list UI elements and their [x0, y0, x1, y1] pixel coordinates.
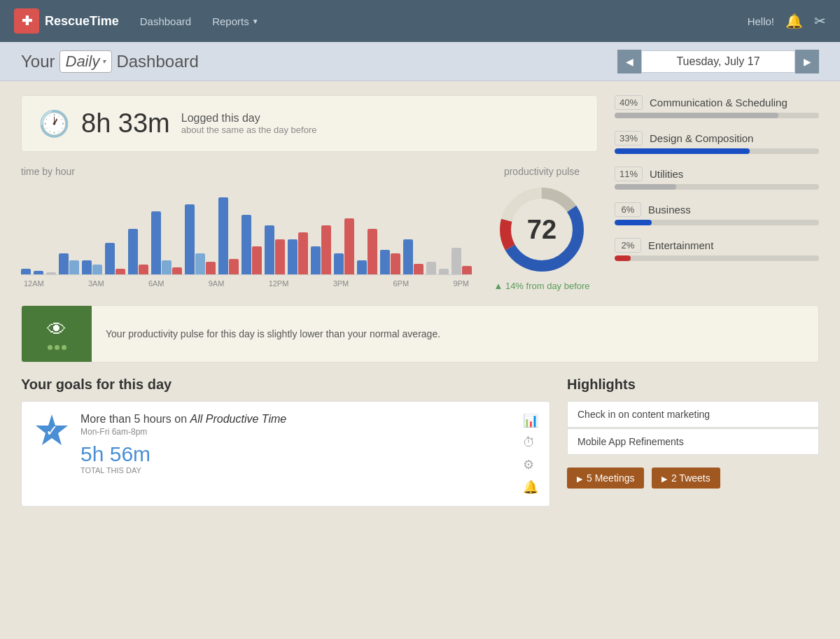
bar [321, 225, 331, 274]
highlights-section-title: Highlights [567, 377, 819, 393]
insight-dots [48, 345, 66, 350]
highlight-buttons: ▶5 Meetings ▶2 Tweets [567, 462, 819, 489]
bar [380, 250, 390, 274]
productivity-pulse: productivity pulse 72 [486, 166, 598, 291]
goal-badge-container: ✓ [33, 413, 71, 451]
goal-title: More than 5 hours on All Productive Time [80, 413, 513, 426]
goal-title-italic: All Productive Time [190, 413, 287, 425]
bar [82, 260, 92, 274]
right-panel: 40% Communication & Scheduling 33% Desig… [615, 95, 819, 291]
navbar-right: Hello! 🔔 ✂ [748, 13, 826, 29]
logo-cross: ✚ [22, 13, 32, 29]
time-label-12am: 12AM [24, 279, 44, 288]
bar-group-2am [46, 272, 56, 274]
bar [195, 253, 205, 274]
goal-chart-icon[interactable]: 📊 [523, 413, 538, 428]
bell-icon[interactable]: 🔔 [785, 13, 803, 29]
date-nav: ◀ Tuesday, July 17 ▶ [617, 50, 819, 73]
tools-icon[interactable]: ✂ [814, 13, 826, 29]
time-label-9pm: 9PM [453, 279, 469, 288]
category-pct: 40% [615, 95, 643, 110]
bar [334, 253, 344, 274]
category-entertainment: 2% Entertainment [615, 238, 819, 261]
bar [105, 243, 115, 274]
bar-group-6pm [426, 262, 436, 274]
bar [391, 253, 400, 274]
category-header: 33% Design & Composition [615, 131, 819, 146]
category-name: Business [648, 204, 691, 216]
navbar: ✚ RescueTime Dashboard Reports ▼ Hello! … [0, 0, 840, 42]
bar [265, 225, 274, 274]
bar [462, 266, 472, 274]
time-by-hour-label: time by hour [21, 166, 472, 177]
date-prev-button[interactable]: ◀ [617, 50, 641, 73]
insight-text: Your productivity pulse for this day is … [92, 317, 454, 351]
category-bar-track [615, 148, 819, 154]
bar-group-12pm [288, 232, 308, 274]
bar [403, 239, 413, 274]
goal-bell-icon[interactable]: 🔔 [523, 479, 538, 495]
category-business: 6% Business [615, 202, 819, 225]
left-panel: 🕐 8h 33m Logged this day about the same … [21, 95, 598, 291]
bar [252, 246, 262, 274]
date-display: Tuesday, July 17 [641, 50, 795, 73]
highlight-item-1[interactable]: Check in on content marketing [567, 401, 819, 428]
nav-reports[interactable]: Reports ▼ [212, 15, 258, 27]
time-label-9am: 9AM [209, 279, 225, 288]
date-next-button[interactable]: ▶ [795, 50, 819, 73]
bar [46, 272, 56, 274]
tweets-button[interactable]: ▶2 Tweets [652, 468, 720, 489]
pulse-value: 72 [527, 215, 556, 245]
goal-total-label: TOTAL THIS DAY [80, 466, 513, 475]
highlight-item-2[interactable]: Mobile App Refinements [567, 428, 819, 455]
category-bar-fill [615, 113, 778, 118]
bar [288, 239, 298, 274]
bar [185, 204, 195, 274]
logo-rescue: Rescue [45, 14, 90, 28]
bar [59, 253, 69, 274]
bar [34, 271, 43, 274]
logged-time-value: 8h 33m [81, 108, 170, 139]
pulse-change-text: 14% from day before [505, 281, 590, 291]
insight-banner: 👁 Your productivity pulse for this day i… [21, 305, 819, 363]
pulse-change: ▲ 14% from day before [486, 281, 598, 291]
daily-dropdown-arrow: ▾ [102, 57, 106, 65]
bar [162, 260, 172, 274]
clock-icon: 🕐 [38, 109, 70, 139]
goal-actions: 📊 ⏱ ⚙ 🔔 [523, 413, 538, 495]
bar-group-1pm [311, 225, 331, 274]
title-daily[interactable]: Daily ▾ [59, 50, 113, 73]
category-bar-fill [615, 184, 676, 190]
logged-label: Logged this day [181, 112, 317, 125]
category-header: 2% Entertainment [615, 238, 819, 253]
meetings-arrow-icon: ▶ [577, 475, 582, 483]
nav-dashboard[interactable]: Dashboard [140, 15, 191, 27]
goal-settings-icon[interactable]: ⚙ [523, 457, 538, 472]
daily-label: Daily [66, 52, 100, 71]
dashboard-grid: 🕐 8h 33m Logged this day about the same … [21, 95, 819, 291]
logo: ✚ RescueTime [14, 8, 119, 34]
bar [218, 197, 228, 274]
time-label-3am: 3AM [88, 279, 104, 288]
meetings-button[interactable]: ▶5 Meetings [567, 468, 644, 489]
bar-group-6am [128, 229, 148, 274]
reports-label: Reports [212, 15, 249, 27]
time-label-6am: 6AM [148, 279, 164, 288]
category-utilities: 11% Utilities [615, 167, 819, 190]
goal-time: 5h 56m [80, 442, 513, 466]
goal-timer-icon[interactable]: ⏱ [523, 435, 538, 450]
logo-icon: ✚ [14, 8, 39, 34]
logged-sublabel: about the same as the day before [181, 125, 317, 135]
category-pct: 33% [615, 131, 643, 146]
bar-group-3am [59, 253, 79, 274]
pulse-label: productivity pulse [486, 166, 598, 177]
category-name: Communication & Scheduling [650, 97, 788, 108]
bar-group-11am [265, 225, 285, 274]
bar-group-5am [105, 243, 125, 274]
category-bar-track [615, 184, 819, 190]
category-bar-fill [615, 148, 750, 154]
time-label-3pm: 3PM [333, 279, 349, 288]
dot [62, 345, 66, 350]
bar-group-9am [218, 197, 239, 274]
bar [426, 262, 436, 274]
